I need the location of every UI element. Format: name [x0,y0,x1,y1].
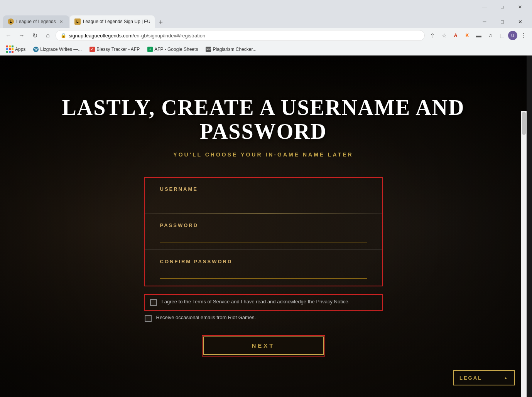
bookmark-afp-label: AFP - Google Sheets [154,47,198,52]
profile-avatar[interactable]: U [508,31,517,40]
page-title: LASTLY, CREATE A USERNAME ANDPASSWORD [62,96,465,143]
title-maximize-button[interactable]: □ [493,15,511,28]
bookmarks-bar: Apps W Lizgrace Writes —... ✓ Blessy Tra… [0,43,532,56]
bookmark-lizgrace-label: Lizgrace Writes —... [40,47,82,52]
bookmark-apps-label: Apps [15,47,25,52]
username-label: USERNAME [160,186,367,192]
tos-checkbox[interactable] [150,299,157,306]
tabs-bar: L League of Legends ✕ L League of Legend… [0,14,532,28]
confirm-password-label: CONFIRM PASSWORD [160,259,367,264]
page-content: LASTLY, CREATE A USERNAME ANDPASSWORD YO… [0,56,527,397]
tab1-label: League of Legends [16,19,56,24]
tab1-close[interactable]: ✕ [58,19,64,25]
window-controls: — □ ✕ [476,1,529,13]
extension-avast[interactable]: A [450,30,461,41]
legal-button-label: LEGAL [459,375,482,381]
lock-icon: 🔒 [61,33,66,38]
email-optin-checkbox[interactable] [145,315,152,322]
password-label: PASSWORD [160,222,367,228]
bookmark-blessy-icon: ✓ [90,47,95,52]
page-subtitle: YOU'LL CHOOSE YOUR IN-GAME NAME LATER [173,151,353,158]
tab-league-of-legends[interactable]: L League of Legends ✕ [3,15,69,28]
forward-button[interactable]: → [16,30,27,41]
legal-button[interactable]: LEGAL ▲ [453,370,515,385]
apps-grid-icon [6,45,14,53]
tos-link[interactable]: Terms of Service [193,299,230,304]
chrome-menu-button[interactable]: ⋮ [518,30,529,41]
bookmark-plagiarism-label: Plagiarism Checker... [213,47,256,52]
confirm-password-field-group: CONFIRM PASSWORD [145,250,382,286]
extension-music[interactable]: ♫ [485,30,496,41]
tab2-label: League of Legends Sign Up | EU [83,19,150,24]
privacy-link[interactable]: Privacy Notice [316,299,348,304]
bookmark-lizgrace-icon: W [33,47,39,52]
bookmark-lizgrace[interactable]: W Lizgrace Writes —... [30,45,85,54]
next-button[interactable]: NEXT [202,335,325,357]
title-bar: — □ ✕ [0,0,532,14]
share-button[interactable]: ⇧ [427,30,438,41]
tos-text-before: I agree to the [162,299,193,304]
password-field-group: PASSWORD [145,214,382,250]
extensions-button[interactable]: ▬ [473,30,484,41]
extension-keepa[interactable]: K [462,30,473,41]
tos-label: I agree to the Terms of Service and I ha… [162,299,350,304]
address-bar: ← → ↻ ⌂ 🔒 signup.leagueoflegends.com/en-… [0,28,532,43]
confirm-password-input[interactable] [160,267,367,279]
bookmark-plagiarism[interactable]: sst Plagiarism Checker... [203,45,259,54]
bookmark-afp-icon: + [147,47,153,52]
form-wrapper: LASTLY, CREATE A USERNAME ANDPASSWORD YO… [0,56,527,397]
split-screen-button[interactable]: ◫ [497,30,507,41]
reload-button[interactable]: ↻ [29,30,40,41]
url-text: signup.leagueoflegends.com/en-gb/signup/… [69,33,205,39]
new-tab-button[interactable]: + [155,17,166,28]
bookmark-star-button[interactable]: ☆ [439,30,449,41]
title-close-button[interactable]: ✕ [511,15,529,28]
bookmark-plagiarism-icon: sst [206,47,211,52]
bookmark-afp-sheets[interactable]: + AFP - Google Sheets [144,45,201,54]
minimize-button[interactable]: — [476,1,493,13]
tab1-favicon: L [8,19,14,25]
legal-chevron-icon: ▲ [504,376,509,380]
bookmark-apps[interactable]: Apps [3,45,29,54]
url-domain: signup.leagueoflegends.com [69,33,133,39]
username-field-group: USERNAME [145,178,382,214]
back-button[interactable]: ← [3,30,14,41]
home-button[interactable]: ⌂ [42,30,53,41]
email-optin-row: Receive occasional emails from Riot Game… [144,311,383,324]
password-input[interactable] [160,231,367,242]
url-bar[interactable]: 🔒 signup.leagueoflegends.com/en-gb/signu… [56,30,425,41]
url-path: /en-gb/signup/index#/registration [133,33,206,39]
tos-text-after: . [348,299,350,304]
username-input[interactable] [160,195,367,206]
tab2-close[interactable]: ✕ [153,19,155,25]
bookmark-blessy-label: Blessy Tracker - AFP [96,47,140,52]
tab-league-signup[interactable]: L League of Legends Sign Up | EU ✕ [70,15,155,28]
tab2-favicon: L [74,19,81,25]
close-button[interactable]: ✕ [511,1,529,13]
browser-chrome: — □ ✕ L League of Legends ✕ L League of … [0,0,532,56]
fields-container: USERNAME PASSWORD CONFIRM PASSWORD [144,177,383,286]
maximize-button[interactable]: □ [493,1,511,13]
tos-text-middle: and I have read and acknowledge the [230,299,316,304]
bookmark-blessy[interactable]: ✓ Blessy Tracker - AFP [86,45,143,54]
tos-row: I agree to the Terms of Service and I ha… [144,294,383,311]
email-optin-label: Receive occasional emails from Riot Game… [156,315,256,320]
checkbox-area: I agree to the Terms of Service and I ha… [144,294,383,324]
browser-actions: ⇧ ☆ A K ▬ ♫ ◫ U ⋮ [427,30,529,41]
title-minimize-button[interactable]: – [476,15,493,28]
